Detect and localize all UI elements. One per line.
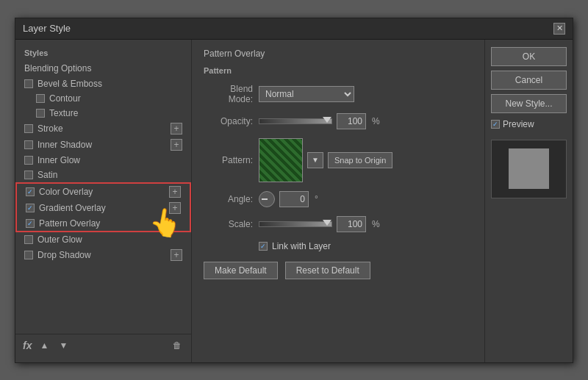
- pattern-dropdown-button[interactable]: ▼: [307, 152, 323, 168]
- bevel-label: Bevel & Emboss: [37, 79, 102, 89]
- blend-mode-select[interactable]: Normal Dissolve Darken Multiply Screen O…: [259, 86, 354, 102]
- sidebar-item-stroke[interactable]: Stroke +: [15, 121, 191, 137]
- color-overlay-label: Color Overlay: [39, 187, 93, 197]
- preview-label-row: Preview: [491, 119, 567, 129]
- middle-panel: Pattern Overlay Pattern Blend Mode: Norm…: [192, 40, 484, 362]
- layer-style-dialog: Layer Style ✕ Styles Blending Options Be…: [15, 18, 573, 363]
- drop-shadow-plus[interactable]: +: [171, 249, 182, 261]
- contour-checkbox[interactable]: [36, 94, 45, 103]
- sidebar-item-inner-shadow[interactable]: Inner Shadow +: [15, 137, 191, 153]
- sidebar-item-pattern-overlay[interactable]: Pattern Overlay: [17, 216, 190, 231]
- fx-label: fx: [23, 340, 32, 351]
- pattern-overlay-label: Pattern Overlay: [39, 218, 100, 229]
- left-panel: Styles Blending Options Bevel & Emboss C…: [15, 40, 192, 362]
- gradient-overlay-checkbox[interactable]: [26, 204, 35, 212]
- left-bottom-bar: fx ▲ ▼ 🗑: [15, 334, 191, 356]
- gradient-overlay-label: Gradient Overlay: [39, 203, 106, 213]
- drop-shadow-checkbox[interactable]: [24, 251, 33, 259]
- stroke-label: Stroke: [37, 123, 63, 134]
- satin-checkbox[interactable]: [24, 171, 33, 179]
- sidebar-item-satin[interactable]: Satin: [15, 168, 191, 182]
- sub-section-title: Pattern: [204, 66, 473, 75]
- pattern-preview[interactable]: [259, 138, 303, 182]
- angle-dial[interactable]: [259, 191, 275, 207]
- make-default-button[interactable]: Make Default: [204, 262, 278, 279]
- angle-controls: °: [259, 191, 318, 207]
- sidebar-item-drop-shadow[interactable]: Drop Shadow +: [15, 247, 191, 263]
- color-overlay-plus[interactable]: +: [169, 186, 181, 198]
- main-section-title: Pattern Overlay: [204, 49, 473, 59]
- outer-glow-label: Outer Glow: [37, 234, 82, 245]
- title-bar: Layer Style ✕: [15, 18, 573, 40]
- snap-to-origin-button[interactable]: Snap to Origin: [328, 152, 392, 168]
- pattern-label: Pattern:: [204, 155, 259, 165]
- inner-shadow-label: Inner Shadow: [37, 140, 92, 150]
- drop-shadow-label: Drop Shadow: [37, 250, 91, 260]
- color-overlay-checkbox[interactable]: [26, 187, 35, 196]
- opacity-slider-thumb[interactable]: [323, 117, 331, 123]
- pattern-preview-inner: [259, 139, 302, 182]
- sidebar-item-bevel[interactable]: Bevel & Emboss: [15, 76, 191, 91]
- gradient-overlay-plus[interactable]: +: [169, 202, 181, 214]
- blend-mode-row: Blend Mode: Normal Dissolve Darken Multi…: [204, 84, 473, 104]
- stroke-plus[interactable]: +: [171, 123, 182, 135]
- sidebar-item-texture[interactable]: Texture: [15, 106, 191, 121]
- cancel-button[interactable]: Cancel: [491, 71, 567, 90]
- angle-input[interactable]: [279, 191, 309, 207]
- scale-input[interactable]: [337, 216, 366, 232]
- link-layer-label: Link with Layer: [272, 241, 331, 251]
- new-style-button[interactable]: New Style...: [491, 94, 567, 113]
- reset-default-button[interactable]: Reset to Default: [285, 262, 370, 279]
- sidebar-item-outer-glow[interactable]: Outer Glow: [15, 232, 191, 247]
- move-down-button[interactable]: ▼: [57, 339, 70, 352]
- contour-label: Contour: [49, 93, 81, 104]
- pattern-overlay-checkbox[interactable]: [26, 219, 35, 228]
- inner-shadow-checkbox[interactable]: [24, 140, 33, 149]
- opacity-slider-track[interactable]: [259, 118, 332, 124]
- ok-button[interactable]: OK: [491, 47, 567, 66]
- move-up-button[interactable]: ▲: [37, 339, 51, 352]
- preview-box: [509, 148, 549, 189]
- highlighted-overlay-group: Color Overlay + Gradient Overlay + Patte…: [15, 182, 191, 232]
- sidebar-item-contour[interactable]: Contour: [15, 91, 191, 106]
- sidebar-item-inner-glow[interactable]: Inner Glow: [15, 153, 191, 168]
- opacity-unit: %: [372, 116, 380, 126]
- texture-checkbox[interactable]: [36, 109, 45, 118]
- sidebar-item-color-overlay[interactable]: Color Overlay +: [17, 184, 190, 200]
- styles-section-title: Styles: [15, 46, 191, 60]
- angle-row: Angle: °: [204, 191, 473, 207]
- scale-slider-container: %: [259, 216, 380, 232]
- bevel-checkbox[interactable]: [24, 79, 33, 88]
- stroke-checkbox[interactable]: [24, 124, 33, 133]
- texture-label: Texture: [49, 108, 78, 118]
- inner-glow-checkbox[interactable]: [24, 156, 33, 165]
- preview-checkbox[interactable]: [491, 120, 500, 129]
- close-button[interactable]: ✕: [553, 23, 565, 35]
- opacity-slider-container: %: [259, 113, 380, 129]
- dialog-body: Styles Blending Options Bevel & Emboss C…: [15, 40, 573, 362]
- scale-slider-thumb[interactable]: [323, 220, 331, 226]
- angle-indicator: [262, 198, 268, 200]
- scale-unit: %: [372, 219, 380, 229]
- dialog-title: Layer Style: [23, 23, 71, 34]
- sidebar-item-gradient-overlay[interactable]: Gradient Overlay +: [17, 200, 190, 216]
- opacity-label: Opacity:: [204, 116, 259, 126]
- action-buttons-row: Make Default Reset to Default: [204, 262, 473, 279]
- preview-area: [491, 140, 567, 198]
- angle-label: Angle:: [204, 194, 259, 204]
- angle-unit: °: [315, 194, 318, 204]
- link-layer-row[interactable]: Link with Layer: [259, 241, 473, 251]
- scale-label: Scale:: [204, 219, 259, 229]
- pattern-row: Pattern: ▼ Snap to Origin: [204, 138, 473, 182]
- satin-label: Satin: [37, 170, 57, 180]
- sidebar-item-blending-options[interactable]: Blending Options: [15, 60, 191, 76]
- blend-mode-label: Blend Mode:: [204, 84, 259, 104]
- inner-shadow-plus[interactable]: +: [171, 139, 182, 151]
- inner-glow-label: Inner Glow: [37, 155, 80, 165]
- scale-slider-track[interactable]: [259, 221, 332, 227]
- preview-label: Preview: [503, 119, 534, 129]
- link-layer-checkbox[interactable]: [259, 242, 268, 251]
- outer-glow-checkbox[interactable]: [24, 235, 33, 244]
- delete-button[interactable]: 🗑: [171, 339, 184, 352]
- opacity-input[interactable]: [337, 113, 366, 129]
